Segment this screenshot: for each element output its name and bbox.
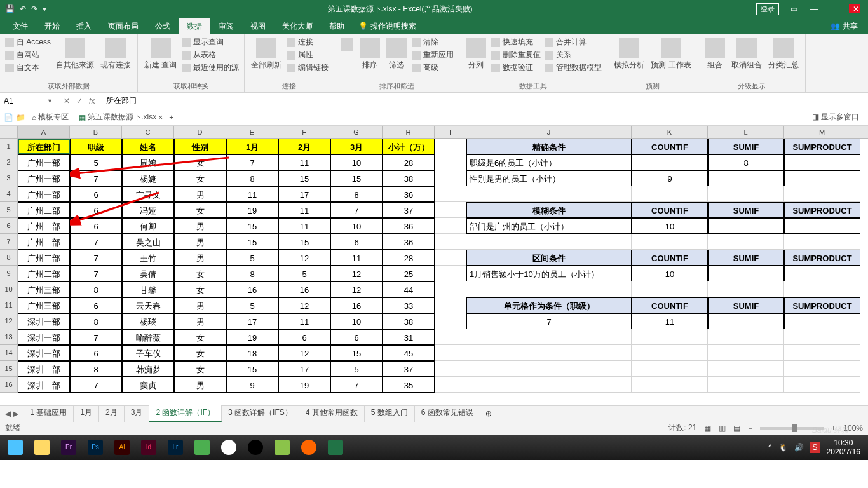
- group[interactable]: 组合: [703, 37, 726, 72]
- cell[interactable]: 1月销售额小于10万的员工（小计）: [466, 266, 632, 281]
- cell[interactable]: 精确条件: [466, 139, 632, 154]
- cell[interactable]: SUMIF: [708, 202, 784, 218]
- from-table[interactable]: 从表格: [182, 50, 239, 60]
- cell[interactable]: 12: [278, 345, 330, 361]
- cell[interactable]: 女: [174, 329, 226, 345]
- cell[interactable]: [784, 329, 860, 345]
- cell[interactable]: 37: [383, 361, 435, 377]
- tab-file[interactable]: 文件: [5, 18, 36, 34]
- cell[interactable]: 45: [383, 345, 435, 361]
- sheet-tab[interactable]: 1月: [74, 405, 99, 422]
- taskbar-app-green2[interactable]: [269, 437, 295, 458]
- cell[interactable]: 25: [383, 266, 435, 281]
- cell[interactable]: 18: [226, 345, 278, 361]
- cell[interactable]: 周婉: [122, 154, 174, 170]
- recent-sources[interactable]: 最近使用的源: [182, 62, 239, 73]
- cell[interactable]: 11: [278, 202, 330, 218]
- cell[interactable]: [466, 361, 632, 377]
- taskbar-app-ps[interactable]: Ps: [83, 437, 108, 458]
- cell[interactable]: [435, 234, 466, 250]
- taskbar-app-browser[interactable]: [3, 437, 28, 458]
- cell[interactable]: 性别: [174, 139, 226, 154]
- cell[interactable]: 广州三部: [18, 297, 70, 313]
- col-header-i[interactable]: I: [435, 126, 466, 138]
- cell[interactable]: [708, 218, 784, 234]
- sheet-tab[interactable]: 2月: [99, 405, 125, 422]
- cell[interactable]: 韩痴梦: [122, 361, 174, 377]
- cell[interactable]: 31: [383, 329, 435, 345]
- taskbar-app-excel[interactable]: [323, 437, 348, 458]
- cell[interactable]: 姓名: [122, 139, 174, 154]
- cell[interactable]: 19: [226, 329, 278, 345]
- row-header[interactable]: 11: [0, 297, 18, 313]
- cell[interactable]: 11: [226, 186, 278, 202]
- tab-data[interactable]: 数据: [179, 18, 210, 34]
- taskbar-app-green[interactable]: [189, 437, 215, 458]
- row-header[interactable]: 6: [0, 218, 18, 234]
- cell[interactable]: 15: [226, 361, 278, 377]
- tray-ime-icon[interactable]: S: [810, 442, 820, 453]
- cell[interactable]: 小计（万）: [383, 139, 435, 154]
- sheet-tab[interactable]: 6 函数常见错误: [415, 405, 480, 422]
- cell[interactable]: 38: [383, 313, 435, 329]
- cell[interactable]: 男: [174, 377, 226, 393]
- cell[interactable]: 6: [70, 297, 122, 313]
- tab-home[interactable]: 开始: [37, 18, 67, 34]
- taskbar-app-lr[interactable]: Lr: [163, 437, 188, 458]
- cell[interactable]: 深圳二部: [18, 361, 70, 377]
- cell[interactable]: 5: [70, 154, 122, 170]
- cell[interactable]: 6: [330, 234, 383, 250]
- cell[interactable]: [784, 186, 860, 202]
- relationships[interactable]: 关系: [545, 50, 602, 60]
- cell[interactable]: 15: [226, 234, 278, 250]
- cell[interactable]: 男: [174, 313, 226, 329]
- row-header[interactable]: 10: [0, 281, 18, 297]
- zoom-out-icon[interactable]: −: [748, 424, 752, 433]
- cell[interactable]: 女: [174, 345, 226, 361]
- cell[interactable]: 11: [632, 313, 708, 329]
- cell[interactable]: [784, 154, 860, 170]
- cell[interactable]: 8: [70, 313, 122, 329]
- cell[interactable]: 17: [278, 361, 330, 377]
- share-button[interactable]: 👥共享: [831, 21, 868, 32]
- cell[interactable]: 35: [383, 377, 435, 393]
- spreadsheet-grid[interactable]: A B C D E F G H I J K L M 1所在部门职级姓名性别1月2…: [0, 126, 868, 405]
- cell[interactable]: 15: [330, 170, 383, 186]
- cell[interactable]: 6: [70, 186, 122, 202]
- cell[interactable]: [784, 218, 860, 234]
- cell[interactable]: 广州三部: [18, 281, 70, 297]
- tray-net-icon[interactable]: 🔊: [794, 443, 804, 452]
- cell[interactable]: [632, 186, 708, 202]
- cell[interactable]: [632, 377, 708, 393]
- view-pagebreak-icon[interactable]: ▤: [733, 424, 740, 433]
- cell[interactable]: 6: [70, 202, 122, 218]
- cell[interactable]: 所在部门: [18, 139, 70, 154]
- row-header[interactable]: 9: [0, 266, 18, 281]
- add-sheet-icon[interactable]: ⊕: [480, 409, 497, 418]
- cell[interactable]: 36: [383, 234, 435, 250]
- cell[interactable]: 男: [174, 186, 226, 202]
- cell[interactable]: [708, 266, 784, 281]
- cell[interactable]: [708, 281, 784, 297]
- col-header-a[interactable]: A: [18, 126, 70, 138]
- col-header-d[interactable]: D: [174, 126, 226, 138]
- text-to-columns[interactable]: 分列: [465, 37, 487, 72]
- close-tab-icon[interactable]: ×: [158, 113, 163, 122]
- cell[interactable]: 深圳二部: [18, 377, 70, 393]
- connections[interactable]: 连接: [287, 37, 329, 48]
- cell[interactable]: 7: [330, 377, 383, 393]
- cell[interactable]: 男: [174, 250, 226, 266]
- row-header[interactable]: 4: [0, 186, 18, 202]
- col-header-c[interactable]: C: [122, 126, 174, 138]
- zoom-in-icon[interactable]: +: [831, 424, 836, 433]
- cell[interactable]: 男: [174, 234, 226, 250]
- cell[interactable]: 6: [278, 329, 330, 345]
- cell[interactable]: [708, 329, 784, 345]
- cell[interactable]: 10: [330, 313, 383, 329]
- tray-up-icon[interactable]: ^: [768, 443, 772, 452]
- row-header[interactable]: 12: [0, 313, 18, 329]
- cell[interactable]: 甘馨: [122, 281, 174, 297]
- taskbar-clock[interactable]: 10:302020/7/16: [827, 438, 860, 457]
- cell[interactable]: [784, 361, 860, 377]
- col-header-g[interactable]: G: [330, 126, 383, 138]
